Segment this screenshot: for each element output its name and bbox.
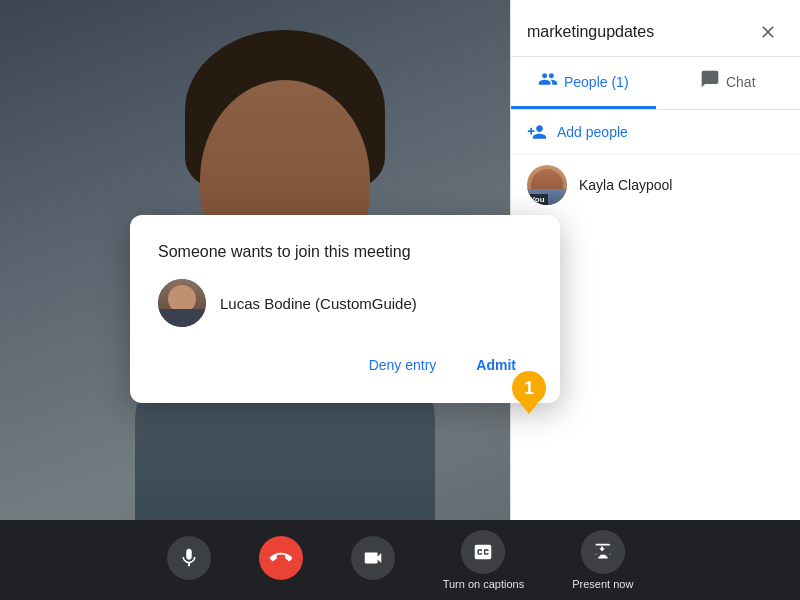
panel-header: marketingupdates: [511, 0, 800, 57]
requester-avatar: [158, 279, 206, 327]
camera-icon-circle: [351, 536, 395, 580]
add-people-button[interactable]: Add people: [511, 110, 800, 155]
participant-name: Kayla Claypool: [579, 177, 672, 193]
close-button[interactable]: [752, 16, 784, 48]
present-icon-circle: [581, 530, 625, 574]
mic-button[interactable]: [143, 536, 235, 584]
join-dialog-title: Someone wants to join this meeting: [158, 243, 532, 261]
present-label: Present now: [572, 578, 633, 590]
people-tab-label: People (1): [564, 74, 629, 90]
avatar: You: [527, 165, 567, 205]
panel-title: marketingupdates: [527, 23, 654, 41]
captions-icon-circle: [461, 530, 505, 574]
tab-chat[interactable]: Chat: [656, 57, 801, 109]
hangup-icon-circle: [259, 536, 303, 580]
requester-name: Lucas Bodine (CustomGuide): [220, 295, 417, 312]
chat-tab-icon: [700, 69, 720, 94]
dialog-actions: Deny entry Admit 1: [158, 349, 532, 381]
camera-button[interactable]: [327, 536, 419, 584]
step-indicator: 1: [512, 371, 546, 405]
join-request-dialog: Someone wants to join this meeting Lucas…: [130, 215, 560, 403]
chat-tab-label: Chat: [726, 74, 756, 90]
join-requester: Lucas Bodine (CustomGuide): [158, 279, 532, 327]
mic-icon-circle: [167, 536, 211, 580]
add-people-label: Add people: [557, 124, 628, 140]
captions-button[interactable]: Turn on captions: [419, 530, 549, 590]
people-tab-icon: [538, 69, 558, 94]
panel-tabs: People (1) Chat: [511, 57, 800, 110]
captions-label: Turn on captions: [443, 578, 525, 590]
deny-button[interactable]: Deny entry: [353, 349, 453, 381]
you-badge: You: [527, 194, 548, 205]
participant-row: You Kayla Claypool: [511, 155, 800, 215]
step-number: 1: [524, 378, 534, 399]
tab-people[interactable]: People (1): [511, 57, 656, 109]
hangup-button[interactable]: [235, 536, 327, 584]
toolbar: Turn on captions Present now: [0, 520, 800, 600]
present-button[interactable]: Present now: [548, 530, 657, 590]
